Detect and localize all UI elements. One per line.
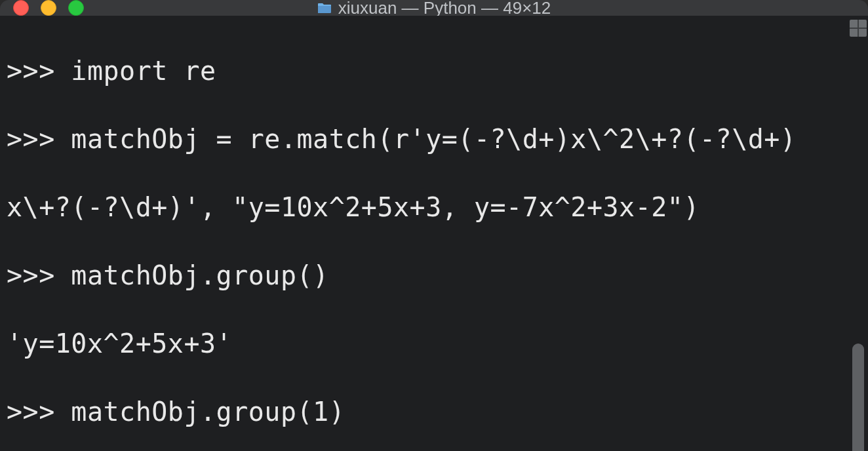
scroll-marker-icon — [850, 20, 867, 37]
terminal-line: >>> matchObj = re.match(r'y=(-?\d+)x\^2\… — [7, 122, 846, 156]
terminal-content[interactable]: >>> import re >>> matchObj = re.match(r'… — [0, 16, 848, 451]
close-button[interactable] — [13, 0, 29, 16]
scrollbar[interactable] — [848, 16, 868, 451]
terminal[interactable]: >>> import re >>> matchObj = re.match(r'… — [0, 16, 868, 451]
traffic-lights — [13, 0, 84, 16]
scroll-thumb[interactable] — [852, 343, 864, 451]
scroll-track[interactable] — [852, 42, 864, 451]
window-titlebar: xiuxuan — Python — 49×12 — [0, 0, 868, 16]
terminal-line: >>> matchObj.group(1) — [7, 395, 846, 429]
minimize-button[interactable] — [41, 0, 56, 16]
maximize-button[interactable] — [68, 0, 84, 16]
terminal-line: x\+?(-?\d+)', "y=10x^2+5x+3, y=-7x^2+3x-… — [7, 190, 846, 224]
terminal-line: 'y=10x^2+5x+3' — [7, 326, 846, 361]
folder-icon — [317, 2, 332, 14]
terminal-line: >>> import re — [7, 54, 846, 88]
terminal-line: >>> matchObj.group() — [7, 258, 846, 292]
